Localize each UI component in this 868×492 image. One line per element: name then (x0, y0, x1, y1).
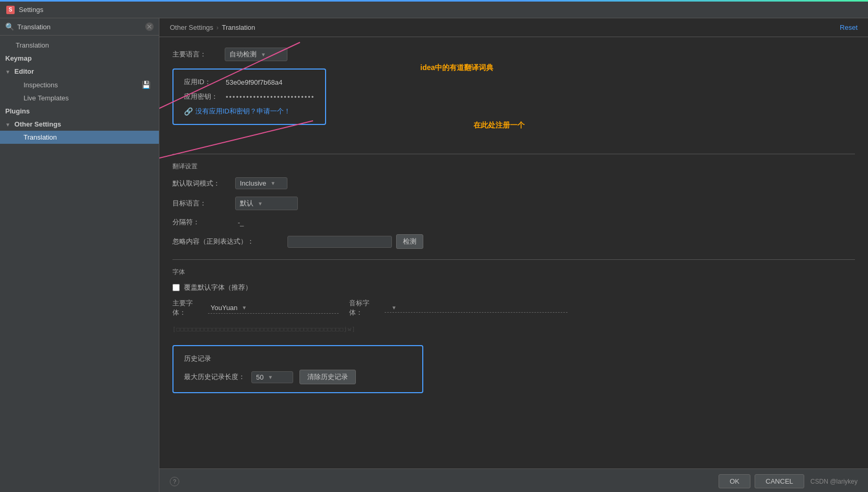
expand-icon: ▼ (5, 69, 10, 75)
divider2 (172, 259, 855, 260)
clear-history-button[interactable]: 清除历史记录 (299, 370, 356, 384)
max-length-dropdown[interactable]: 50 ▼ (251, 371, 293, 383)
api-credentials-box: 应用ID： 53e0e9f90f7b68a4 应用密钥： •••••••••••… (172, 68, 326, 125)
inspections-save-icon: 💾 (142, 81, 151, 89)
sidebar-item-label: Translation (16, 41, 49, 49)
default-mode-dropdown[interactable]: Inclusive ▼ (235, 177, 287, 189)
chevron-down-icon: ▼ (258, 201, 263, 207)
target-lang-label: 目标语言： (172, 199, 235, 208)
separator-row: 分隔符： -_ (172, 218, 855, 227)
history-title: 历史记录 (184, 354, 412, 363)
content-header: Other Settings › Translation Reset (159, 18, 868, 37)
primary-lang-dropdown[interactable]: 自动检测 ▼ (225, 48, 287, 61)
font-row: 主要字体： YouYuan ▼ 音标字体： ▼ (172, 299, 855, 317)
sidebar-item-label: Inspections (24, 81, 58, 89)
sidebar-item-label: Keymap (5, 54, 32, 62)
ignore-label: 忽略内容（正则表达式）： (172, 237, 287, 246)
phon-font-group: 音标字体： ▼ (349, 299, 568, 317)
bottom-bar: ? OK CANCEL CSDN @lariykey (159, 468, 868, 492)
font-section-title: 字体 (172, 268, 855, 277)
annotation-youdao: idea中的有道翻译词典 (420, 63, 493, 73)
primary-font-group: 主要字体： YouYuan ▼ (172, 299, 339, 317)
primary-font-dropdown[interactable]: YouYuan ▼ (208, 302, 339, 314)
sidebar-item-translation-top[interactable]: Translation (0, 39, 159, 52)
content-body: 主要语言： 自动检测 ▼ 应用ID： 53e0e9f90f7b68a4 (159, 37, 868, 468)
target-lang-value: 默认 (240, 199, 253, 208)
default-mode-value: Inclusive (240, 179, 267, 187)
sidebar-item-label: Live Templates (24, 94, 68, 102)
breadcrumb: Other Settings › Translation (170, 24, 255, 31)
chevron-down-icon: ▼ (242, 305, 247, 311)
default-mode-row: 默认取词模式： Inclusive ▼ (172, 177, 855, 189)
app-id-label: 应用ID： (184, 77, 226, 87)
bottom-buttons: OK CANCEL CSDN @lariykey (719, 474, 858, 488)
sidebar-item-label: Plugins (5, 107, 30, 115)
search-icon: 🔍 (5, 22, 14, 31)
max-length-label: 最大历史记录长度： (184, 372, 245, 382)
default-mode-label: 默认取词模式： (172, 179, 235, 188)
app-key-label: 应用密钥： (184, 92, 226, 101)
primary-lang-label: 主要语言： (172, 50, 225, 59)
sidebar-item-keymap[interactable]: Keymap (0, 52, 159, 65)
breadcrumb-part2: Translation (222, 24, 255, 31)
sidebar-item-editor[interactable]: ▼ Editor (0, 65, 159, 78)
separator-label: 分隔符： (172, 218, 235, 227)
reset-button[interactable]: Reset (840, 24, 858, 31)
content-wrapper: Other Settings › Translation Reset 主要语言：… (159, 18, 868, 492)
history-box: 历史记录 最大历史记录长度： 50 ▼ 清除历史记录 (172, 345, 423, 393)
app-key-value: •••••••••••••••••••••••••• (226, 93, 315, 101)
search-input[interactable] (17, 23, 145, 31)
target-lang-row: 目标语言： 默认 ▼ (172, 197, 855, 210)
register-link-text: 没有应用ID和密钥？申请一个！ (195, 107, 291, 116)
ignore-input[interactable] (287, 236, 392, 248)
sidebar-item-translation[interactable]: Translation (0, 131, 159, 144)
primary-lang-value: 自动检测 (229, 50, 257, 59)
window-title: Settings (19, 6, 43, 14)
sidebar-item-inspections[interactable]: Inspections 💾 (0, 78, 159, 91)
history-section: 历史记录 最大历史记录长度： 50 ▼ 清除历史记录 (172, 345, 855, 393)
help-icon[interactable]: ? (170, 477, 179, 486)
ok-button[interactable]: OK (719, 474, 750, 488)
cover-default-label: 覆盖默认字体（推荐） (184, 283, 252, 292)
separator-value: -_ (238, 219, 244, 226)
link-icon: 🔗 (184, 107, 193, 116)
sidebar-item-plugins[interactable]: Plugins (0, 105, 159, 118)
search-clear-button[interactable]: ✕ (145, 22, 154, 31)
max-length-value: 50 (256, 373, 263, 381)
app-key-row: 应用密钥： •••••••••••••••••••••••••• (184, 92, 315, 101)
title-bar: S Settings (0, 2, 868, 18)
app-id-row: 应用ID： 53e0e9f90f7b68a4 (184, 77, 315, 87)
detect-button[interactable]: 检测 (396, 234, 423, 249)
primary-font-value: YouYuan (211, 304, 238, 312)
bottom-left: ? (170, 477, 179, 486)
annotation-register: 在此处注册一个 (473, 121, 525, 130)
chevron-down-icon: ▼ (391, 305, 397, 311)
expand-icon: ▼ (5, 122, 10, 128)
translation-settings: 翻译设置 默认取词模式： Inclusive ▼ 目标语言： 默认 (172, 162, 855, 249)
main-layout: 🔍 ✕ Translation Keymap ▼ Editor Inspecti… (0, 18, 868, 492)
divider1 (172, 154, 855, 154)
api-section: 应用ID： 53e0e9f90f7b68a4 应用密钥： •••••••••••… (172, 68, 326, 135)
sidebar-item-label: Editor (15, 67, 34, 75)
svg-line-2 (159, 121, 313, 163)
sidebar-item-live-templates[interactable]: Live Templates (0, 91, 159, 105)
content-area: Other Settings › Translation Reset 主要语言：… (159, 18, 868, 492)
primary-font-label: 主要字体： (172, 299, 204, 317)
primary-lang-row: 主要语言： 自动检测 ▼ (172, 48, 855, 61)
ignore-row: 忽略内容（正则表达式）： 检测 (172, 234, 855, 249)
app-icon: S (6, 6, 15, 14)
target-lang-dropdown[interactable]: 默认 ▼ (235, 197, 298, 210)
sidebar-item-other-settings[interactable]: ▼ Other Settings (0, 118, 159, 131)
breadcrumb-separator: › (216, 24, 218, 31)
phon-font-label: 音标字体： (349, 299, 380, 317)
sidebar-item-label: Translation (24, 133, 57, 141)
cancel-button[interactable]: CANCEL (755, 474, 804, 488)
obscured-text: [□□□□□□□□□□□□□□□□□□□□□□□□□□□□□□□□□□□□□□□… (172, 324, 434, 335)
search-bar[interactable]: 🔍 ✕ (0, 18, 159, 36)
cover-default-checkbox[interactable] (172, 284, 180, 291)
phon-font-dropdown[interactable]: ▼ (385, 303, 568, 313)
chevron-down-icon: ▼ (268, 374, 273, 380)
register-link[interactable]: 🔗 没有应用ID和密钥？申请一个！ (184, 107, 315, 116)
font-section: 字体 覆盖默认字体（推荐） 主要字体： YouYuan ▼ (172, 268, 855, 335)
breadcrumb-part1: Other Settings (170, 24, 213, 31)
